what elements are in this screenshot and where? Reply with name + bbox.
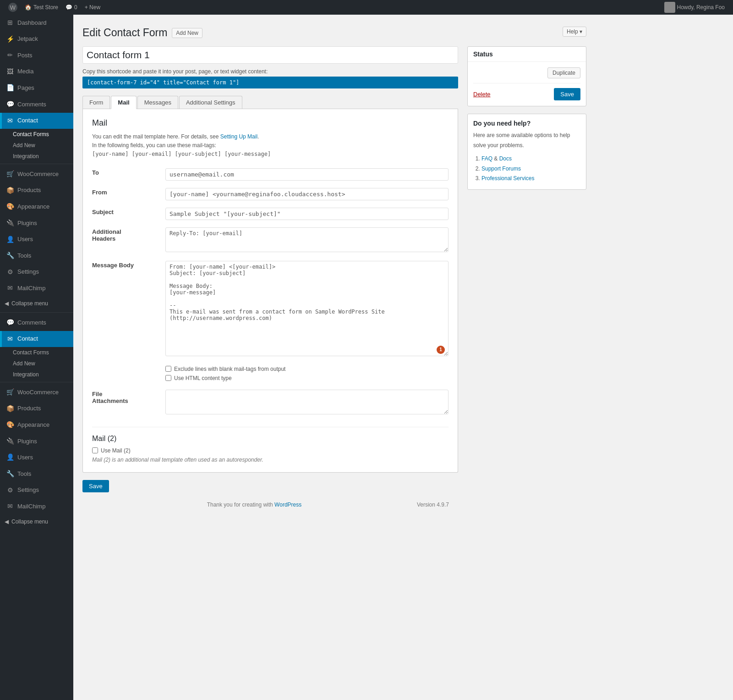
form-title-input[interactable] [82,46,458,64]
use-mail2-checkbox[interactable] [92,447,98,453]
sidebar-item-contact[interactable]: ✉ Contact [0,113,73,129]
site-name[interactable]: 🏠 Test Store [21,0,62,15]
collapse-menu-button2[interactable]: ◀ Collapse menu [0,515,73,529]
sidebar-item-contact2[interactable]: ✉ Contact [0,331,73,347]
sidebar-item-settings2[interactable]: ⚙ Settings [0,482,73,499]
tab-messages[interactable]: Messages [137,96,178,109]
sidebar-item-mailchimp[interactable]: ✉ MailChimp [0,280,73,297]
sidebar-item-dashboard[interactable]: ⊞ Dashboard [0,15,73,31]
sidebar-item-jetpack[interactable]: ⚡ Jetpack [0,31,73,48]
professional-link[interactable]: Professional Services [481,175,534,182]
shortcode-box[interactable]: [contact-form-7 id="4" title="Contact fo… [82,77,458,88]
sidebar-label-products: Products [17,186,41,194]
duplicate-button[interactable]: Duplicate [547,67,580,78]
docs-link[interactable]: Docs [499,155,512,162]
sidebar-item-appearance[interactable]: 🎨 Appearance [0,198,73,215]
message-body-label: Message Body [92,257,165,361]
sidebar-item-products[interactable]: 📦 Products [0,182,73,199]
new-content-button[interactable]: + New [81,0,104,15]
sidebar-submenu-contact-forms2[interactable]: Contact Forms [0,347,73,358]
sidebar-item-mailchimp2[interactable]: ✉ MailChimp [0,498,73,515]
mailchimp-icon: ✉ [6,284,14,293]
sidebar-submenu-add-new[interactable]: Add New [0,140,73,151]
sidebar-item-settings[interactable]: ⚙ Settings [0,264,73,281]
sidebar-item-users[interactable]: 👤 Users [0,231,73,248]
sidebar-item-woocommerce[interactable]: 🛒 WooCommerce [0,166,73,182]
woocommerce2-icon: 🛒 [6,388,14,397]
sidebar-label-mailchimp2: MailChimp [17,502,45,511]
sidebar-label-comments2: Comments [17,319,46,327]
faq-link[interactable]: FAQ [481,155,492,162]
sidebar-submenu-add-new2[interactable]: Add New [0,358,73,369]
dashboard-icon: ⊞ [6,18,14,28]
exclude-blank-checkbox[interactable] [165,366,171,372]
sidebar-label-plugins: Plugins [17,219,37,227]
tab-additional-settings[interactable]: Additional Settings [179,96,242,109]
sidebar-submenu-integration[interactable]: Integration [0,151,73,162]
sidebar-item-media[interactable]: 🖼 Media [0,64,73,80]
sidebar-item-users2[interactable]: 👤 Users [0,449,73,466]
contact2-icon: ✉ [6,335,14,344]
subject-input[interactable] [165,208,449,220]
collapse-icon: ◀ [5,300,9,307]
right-sidebar: Status Duplicate Delete Save [458,46,586,197]
help-panel-body: Here are some available options to help … [473,131,580,184]
tab-form[interactable]: Form [82,96,110,109]
mailchimp2-icon: ✉ [6,502,14,511]
help-button[interactable]: Help ▾ [563,27,586,37]
sidebar-item-appearance2[interactable]: 🎨 Appearance [0,417,73,433]
settings2-icon: ⚙ [6,486,14,495]
setting-up-mail-link[interactable]: Setting Up Mail [220,133,257,140]
collapse-menu-button[interactable]: ◀ Collapse menu [0,297,73,310]
sidebar-item-comments2[interactable]: 💬 Comments [0,314,73,331]
exclude-blank-label[interactable]: Exclude lines with blank mail-tags from … [165,366,449,372]
status-panel: Status Duplicate Delete Save [467,46,586,106]
sidebar-item-products2[interactable]: 📦 Products [0,401,73,417]
use-mail2-label[interactable]: Use Mail (2) [92,447,449,454]
home-icon: 🏠 [25,4,32,11]
sidebar-submenu-integration2[interactable]: Integration [0,369,73,380]
appearance-icon: 🎨 [6,202,14,211]
jetpack-icon: ⚡ [6,35,14,44]
subject-label: Subject [92,204,165,224]
bottom-save-button[interactable]: Save [82,480,109,492]
mail2-title: Mail (2) [92,435,449,443]
sidebar-item-plugins[interactable]: 🔌 Plugins [0,215,73,231]
tab-mail[interactable]: Mail [111,96,136,109]
use-html-checkbox[interactable] [165,375,171,381]
wordpress-link[interactable]: WordPress [274,502,301,508]
sidebar-label-contact: Contact [17,116,38,125]
message-body-input[interactable]: From: [your-name] <[your-email]> Subject… [165,261,449,356]
pages-icon: 📄 [6,83,14,93]
file-attachments-input[interactable] [165,390,449,414]
sidebar-label-appearance2: Appearance [17,421,49,429]
mail-tags: [your-name] [your-email] [your-subject] … [92,151,271,157]
sidebar-item-woocommerce2[interactable]: 🛒 WooCommerce [0,384,73,401]
add-new-button[interactable]: Add New [172,28,202,38]
user-greeting[interactable]: Howdy, Regina Foo [661,0,729,15]
wp-logo-icon[interactable]: W [5,0,21,15]
comments-count[interactable]: 💬 0 [62,0,81,15]
products-icon: 📦 [6,186,14,195]
sidebar-item-tools[interactable]: 🔧 Tools [0,248,73,264]
from-label: From [92,184,165,204]
to-input[interactable] [165,168,449,181]
sidebar-submenu-contact-forms[interactable]: Contact Forms [0,129,73,140]
additional-headers-input[interactable]: Reply-To: [your-email] [165,227,449,252]
sidebar-item-comments[interactable]: 💬 Comments [0,96,73,113]
sidebar-label-users2: Users [17,453,33,462]
use-html-label[interactable]: Use HTML content type [165,375,449,381]
delete-button[interactable]: Delete [473,91,491,98]
from-input[interactable] [165,188,449,200]
sidebar-item-plugins2[interactable]: 🔌 Plugins [0,433,73,450]
sidebar-item-tools2[interactable]: 🔧 Tools [0,466,73,482]
additional-headers-label: AdditionalHeaders [92,224,165,257]
help-panel: Do you need help? Here are some availabl… [467,114,586,190]
posts-icon: ✏ [6,51,14,60]
sidebar-item-pages[interactable]: 📄 Pages [0,80,73,96]
sidebar-label-comments: Comments [17,100,46,109]
support-link[interactable]: Support Forums [481,165,521,172]
mail-description: You can edit the mail template here. For… [92,132,449,159]
sidebar-item-posts[interactable]: ✏ Posts [0,47,73,64]
save-button[interactable]: Save [554,88,580,100]
